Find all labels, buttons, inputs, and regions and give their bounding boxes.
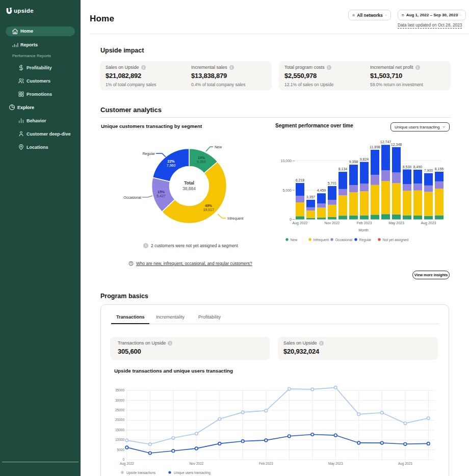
svg-text:May 2023: May 2023 bbox=[328, 462, 343, 466]
svg-text:Upside transactions: Upside transactions bbox=[126, 471, 156, 475]
svg-text:Feb 2023: Feb 2023 bbox=[259, 462, 273, 465]
svg-text:Aug 2022: Aug 2022 bbox=[120, 462, 134, 466]
svg-text:20000: 20000 bbox=[115, 418, 124, 421]
svg-text:0: 0 bbox=[122, 458, 124, 461]
svg-text:30000: 30000 bbox=[115, 399, 124, 402]
svg-text:10000: 10000 bbox=[115, 438, 124, 441]
svg-text:Aug 2023: Aug 2023 bbox=[398, 462, 412, 466]
svg-text:5000: 5000 bbox=[117, 448, 125, 452]
svg-text:35000: 35000 bbox=[115, 388, 124, 392]
svg-text:15000: 15000 bbox=[115, 428, 124, 432]
svg-text:Unique users transacting: Unique users transacting bbox=[174, 471, 211, 475]
svg-text:25000: 25000 bbox=[115, 408, 124, 412]
svg-text:Nov 2022: Nov 2022 bbox=[189, 462, 203, 465]
